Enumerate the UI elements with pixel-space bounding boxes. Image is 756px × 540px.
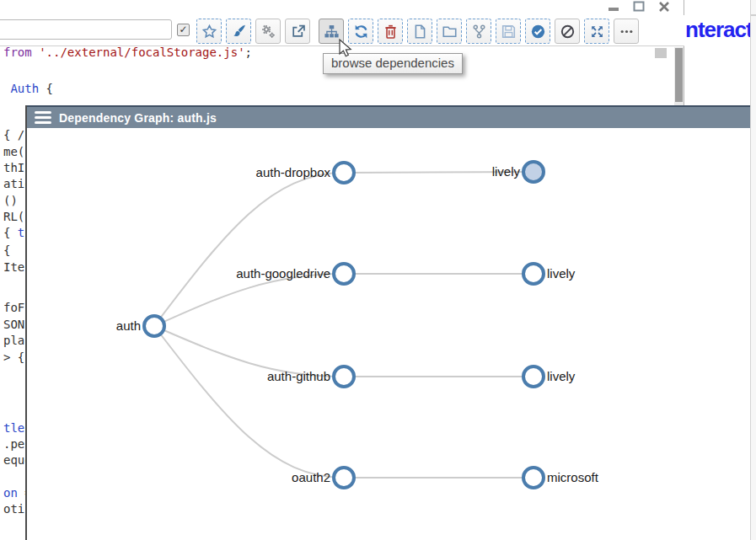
dependency-graph: authauth-dropboxlivelyauth-googledriveli… (27, 128, 750, 540)
page-heading: nteracti (685, 17, 750, 49)
graph-node-lively-1[interactable] (523, 162, 544, 182)
code-line: Auth { (3, 82, 53, 95)
graph-edge (154, 326, 344, 478)
graph-node-auth-dropbox[interactable] (334, 163, 354, 183)
graph-node-label: microsoft (547, 470, 599, 484)
dependency-panel-title: Dependency Graph: auth.js (59, 111, 217, 125)
graph-node-label: lively (547, 369, 576, 383)
code-line: { (3, 243, 10, 257)
screen: nteracti ✓ from '../external/focalStorag… (0, 0, 756, 540)
graph-node-label: auth-googledrive (236, 266, 330, 281)
graph-node-lively-2[interactable] (523, 264, 544, 284)
code-line: > { (3, 350, 24, 364)
graph-node-auth[interactable] (144, 316, 164, 336)
graph-node-label: lively (547, 266, 576, 281)
graph-node-label: oauth2 (292, 470, 330, 484)
page-scrollbar-notch (751, 14, 756, 16)
graph-node-label: auth-github (267, 369, 330, 383)
graph-edge (154, 173, 344, 326)
graph-node-lively-3[interactable] (523, 366, 544, 387)
graph-node-auth-github[interactable] (334, 366, 354, 387)
dependency-panel-titlebar[interactable]: Dependency Graph: auth.js (27, 105, 750, 128)
dependency-graph-panel: Dependency Graph: auth.js authauth-dropb… (25, 105, 750, 540)
editor-scrollbar-thumb[interactable] (655, 48, 667, 58)
mouse-cursor-icon (338, 39, 355, 64)
graph-node-auth-googledrive[interactable] (334, 264, 354, 284)
page-scrollbar[interactable] (750, 0, 756, 540)
graph-node-microsoft[interactable] (523, 468, 544, 488)
graph-node-label: auth-dropbox (256, 165, 331, 179)
hamburger-icon[interactable] (35, 111, 51, 124)
graph-node-label: auth (116, 318, 141, 333)
graph-edge (154, 274, 344, 326)
code-line: from '../external/focalStorage.js'; (3, 45, 252, 59)
graph-node-oauth2[interactable] (334, 468, 354, 488)
graph-node-label: lively (492, 164, 521, 179)
window-scrollbar-thumb[interactable] (675, 48, 683, 102)
